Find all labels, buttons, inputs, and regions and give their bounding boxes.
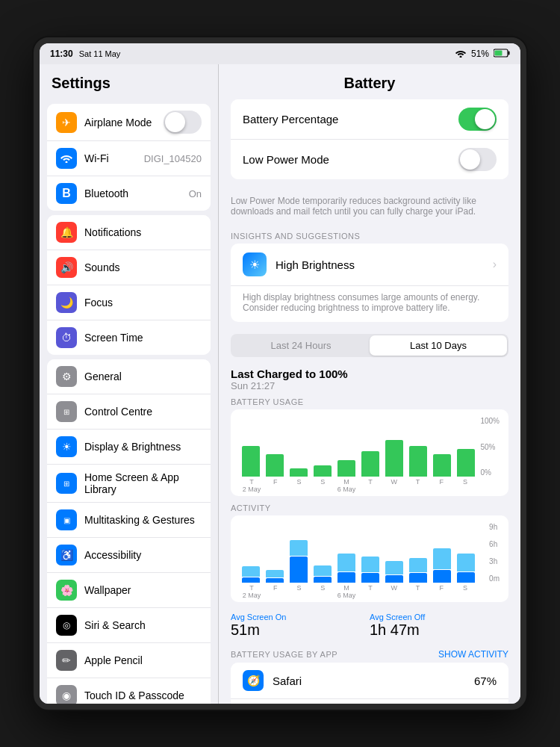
tab-10d[interactable]: Last 10 Days bbox=[370, 335, 507, 356]
app-usage-title: BATTERY USAGE BY APP bbox=[231, 650, 438, 659]
activity-x-label-0: T2 May bbox=[240, 584, 264, 599]
sidebar-item-screentime[interactable]: ⏱ Screen Time bbox=[47, 320, 211, 355]
activity-stack-0 bbox=[240, 523, 262, 583]
stats-row: Avg Screen On 51m Avg Screen Off 1h 47m bbox=[219, 608, 520, 646]
activity-stack-8 bbox=[431, 523, 453, 583]
battery-usage-label: BATTERY USAGE bbox=[231, 397, 508, 406]
battery-percentage-toggle[interactable] bbox=[458, 108, 497, 131]
sidebar-item-siri[interactable]: ◎ Siri & Search bbox=[47, 608, 211, 643]
touchid-icon: ◉ bbox=[56, 685, 77, 704]
tab-24h[interactable]: Last 24 Hours bbox=[232, 335, 370, 356]
sidebar-item-touchid[interactable]: ◉ Touch ID & Passcode bbox=[47, 678, 211, 704]
sidebar-item-airplane[interactable]: ✈ Airplane Mode bbox=[47, 104, 211, 141]
status-time: 11:30 bbox=[50, 49, 73, 59]
siri-label: Siri & Search bbox=[84, 619, 202, 631]
battery-x-labels: T2 MayFSSM6 MayTWTFS bbox=[240, 478, 500, 493]
activity-on-bar-7 bbox=[409, 573, 427, 583]
activity-off-bar-0 bbox=[242, 566, 260, 577]
sidebar-item-sounds[interactable]: 🔊 Sounds bbox=[47, 250, 211, 285]
sidebar-item-general[interactable]: ⚙ General bbox=[47, 359, 211, 394]
activity-chart: 9h 6h 3h 0m T2 MayFSSM6 MayTWTFS bbox=[231, 515, 508, 602]
svg-point-4 bbox=[66, 161, 68, 164]
sounds-icon: 🔊 bbox=[56, 257, 77, 278]
accessibility-icon: ♿ bbox=[56, 545, 77, 565]
multitasking-label: Multitasking & Gestures bbox=[84, 514, 202, 526]
sidebar-item-notifications[interactable]: 🔔 Notifications bbox=[47, 215, 211, 250]
app-icon-0: 🧭 bbox=[243, 670, 264, 691]
battery-x-label-5: T bbox=[358, 478, 382, 493]
battery-bar-7 bbox=[407, 446, 429, 477]
activity-x-label-8: F bbox=[429, 584, 453, 599]
app-name-wrap-0: Safari bbox=[273, 675, 474, 687]
detail-title: Battery bbox=[219, 64, 520, 99]
activity-x-label-9: S bbox=[453, 584, 477, 599]
focus-label: Focus bbox=[84, 297, 202, 309]
activity-stack-1 bbox=[264, 523, 286, 583]
svg-point-0 bbox=[459, 55, 461, 58]
focus-icon: 🌙 bbox=[56, 292, 77, 313]
charge-info: Last Charged to 100% Sun 21:27 bbox=[219, 365, 520, 397]
y-label-3h: 3h bbox=[489, 557, 500, 565]
activity-stack-5 bbox=[359, 523, 382, 583]
activity-off-bar-2 bbox=[290, 540, 308, 556]
sidebar-title: Settings bbox=[40, 64, 218, 99]
battery-x-label-9: S bbox=[453, 478, 477, 493]
wallpaper-label: Wallpaper bbox=[84, 584, 202, 596]
avg-off-value: 1h 47m bbox=[370, 622, 508, 639]
battery-x-label-7: T bbox=[406, 478, 430, 493]
battery-chart-grid: 100% 50% 0% bbox=[240, 417, 500, 477]
wallpaper-icon: 🌸 bbox=[56, 580, 77, 601]
status-date: Sat 11 May bbox=[79, 49, 121, 58]
avg-screen-on: Avg Screen On 51m bbox=[231, 613, 370, 639]
sidebar-item-multitasking[interactable]: ▣ Multitasking & Gestures bbox=[47, 503, 211, 538]
notifications-icon: 🔔 bbox=[56, 222, 77, 243]
activity-bar-0 bbox=[240, 523, 262, 583]
activity-off-bar-3 bbox=[314, 565, 332, 576]
battery-bar-2 bbox=[287, 468, 310, 477]
airplane-toggle[interactable] bbox=[164, 111, 202, 134]
activity-on-bar-2 bbox=[290, 557, 308, 583]
sidebar-item-wallpaper[interactable]: 🌸 Wallpaper bbox=[47, 573, 211, 608]
low-power-toggle[interactable] bbox=[458, 148, 497, 171]
show-activity-button[interactable]: SHOW ACTIVITY bbox=[438, 649, 508, 660]
activity-bar-3 bbox=[311, 523, 334, 583]
battery-x-label-6: W bbox=[382, 478, 406, 493]
app-pct-0: 67% bbox=[474, 675, 497, 687]
insights-brightness-row[interactable]: ☀ High Brightness › bbox=[231, 244, 508, 286]
battery-bars-wrap bbox=[240, 417, 500, 477]
sidebar-item-display[interactable]: ☀ Display & Brightness bbox=[47, 430, 211, 465]
activity-x-label-6: W bbox=[382, 584, 406, 599]
y-label-6h: 6h bbox=[489, 540, 500, 548]
low-power-label: Low Power Mode bbox=[243, 153, 458, 166]
multitasking-icon: ▣ bbox=[56, 509, 77, 530]
sidebar-item-controlcentre[interactable]: ⊞ Control Centre bbox=[47, 394, 211, 430]
avg-off-label: Avg Screen Off bbox=[370, 613, 508, 622]
insights-brightness-note: High display brightness consumes large a… bbox=[231, 286, 508, 322]
insights-brightness-label: High Brightness bbox=[276, 258, 493, 271]
ipad-frame: 11:30 Sat 11 May 51% bbox=[34, 37, 526, 710]
sidebar-item-accessibility[interactable]: ♿ Accessibility bbox=[47, 538, 211, 573]
sidebar-item-homescreen[interactable]: ⊞ Home Screen & App Library bbox=[47, 465, 211, 503]
sidebar-item-wifi[interactable]: Wi-Fi DIGI_104520 bbox=[47, 141, 211, 176]
activity-on-bar-6 bbox=[385, 575, 403, 583]
activity-stack-2 bbox=[287, 523, 310, 583]
chevron-icon: › bbox=[493, 258, 497, 271]
battery-x-label-0: T2 May bbox=[240, 478, 264, 493]
wifi-icon bbox=[455, 49, 467, 60]
sidebar-item-bluetooth[interactable]: B Bluetooth On bbox=[47, 176, 211, 211]
battery-bar-4 bbox=[335, 460, 358, 477]
accessibility-label: Accessibility bbox=[84, 549, 202, 561]
sidebar-item-focus[interactable]: 🌙 Focus bbox=[47, 285, 211, 320]
activity-on-bar-9 bbox=[457, 572, 475, 583]
app-row-0[interactable]: 🧭 Safari 67% bbox=[231, 663, 508, 699]
battery-x-label-4: M6 May bbox=[335, 478, 358, 493]
bluetooth-value: On bbox=[189, 188, 202, 199]
activity-x-labels: T2 MayFSSM6 MayTWTFS bbox=[240, 584, 500, 599]
sidebar-item-pencil[interactable]: ✏ Apple Pencil bbox=[47, 643, 211, 678]
app-row-1[interactable]: ✉ Mail Background Activity 11% bbox=[231, 699, 508, 704]
battery-bar-1 bbox=[264, 454, 286, 477]
activity-stack-9 bbox=[455, 523, 477, 583]
battery-percentage-label: Battery Percentage bbox=[243, 113, 458, 125]
bluetooth-icon: B bbox=[56, 183, 77, 204]
general-icon: ⚙ bbox=[56, 366, 77, 387]
